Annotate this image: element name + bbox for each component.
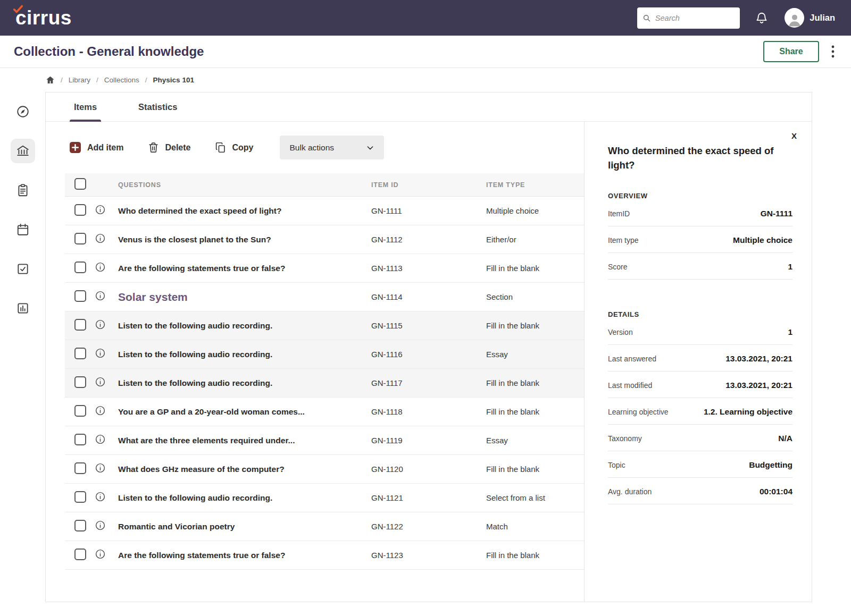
- table-row[interactable]: Solar system GN-1114 Section: [65, 283, 584, 311]
- item-id: GN-1114: [371, 292, 486, 301]
- table-row[interactable]: Venus is the closest planet to the Sun? …: [65, 225, 584, 254]
- question-text[interactable]: Listen to the following audio recording.: [118, 350, 272, 359]
- info-icon[interactable]: [95, 462, 106, 474]
- item-type: Essay: [486, 350, 584, 359]
- detail-value: Budgetting: [749, 460, 792, 470]
- table-row[interactable]: Who determined the exact speed of light?…: [65, 197, 584, 225]
- row-checkbox[interactable]: [74, 549, 86, 560]
- detail-label: Avg. duration: [608, 487, 652, 496]
- breadcrumb-library[interactable]: Library: [69, 76, 90, 84]
- row-checkbox[interactable]: [74, 376, 86, 388]
- tabs-row: Items Statistics: [46, 92, 812, 122]
- tab-statistics[interactable]: Statistics: [134, 92, 181, 121]
- sidebar-item-reports[interactable]: [11, 296, 35, 320]
- question-text[interactable]: Are the following statements true or fal…: [118, 551, 285, 560]
- table-row[interactable]: Listen to the following audio recording.…: [65, 311, 584, 340]
- detail-row: Last modified 13.03.2021, 20:21: [608, 372, 792, 398]
- tab-items[interactable]: Items: [70, 92, 101, 121]
- detail-value: 00:01:04: [760, 487, 792, 496]
- item-type: Either/or: [486, 235, 584, 244]
- row-checkbox[interactable]: [74, 204, 86, 216]
- detail-label: ItemID: [608, 209, 630, 218]
- question-text[interactable]: Listen to the following audio recording.: [118, 493, 272, 502]
- question-text[interactable]: You are a GP and a 20-year-old woman com…: [118, 407, 305, 416]
- info-icon[interactable]: [95, 434, 106, 445]
- table-row[interactable]: Listen to the following audio recording.…: [65, 369, 584, 398]
- row-checkbox[interactable]: [74, 405, 86, 417]
- breadcrumb-collections[interactable]: Collections: [104, 76, 139, 84]
- table-row[interactable]: Listen to the following audio recording.…: [65, 484, 584, 512]
- delete-button[interactable]: Delete: [148, 142, 190, 153]
- more-options-kebab-icon[interactable]: [829, 43, 837, 61]
- question-text[interactable]: What are the three elements required und…: [118, 436, 295, 445]
- notifications-bell-icon[interactable]: [755, 11, 769, 25]
- row-checkbox[interactable]: [74, 434, 86, 445]
- row-checkbox[interactable]: [74, 290, 86, 302]
- row-checkbox[interactable]: [74, 491, 86, 503]
- item-id: GN-1116: [371, 350, 486, 359]
- info-icon[interactable]: [95, 491, 106, 502]
- question-text[interactable]: Venus is the closest planet to the Sun?: [118, 235, 271, 244]
- table-row[interactable]: What are the three elements required und…: [65, 426, 584, 455]
- detail-row: Learning objective 1.2. Learning objecti…: [608, 398, 792, 425]
- row-checkbox[interactable]: [74, 462, 86, 474]
- detail-value: Multiple choice: [733, 235, 792, 245]
- col-item-type[interactable]: ITEM TYPE: [486, 181, 584, 189]
- home-icon[interactable]: [46, 75, 55, 85]
- row-checkbox[interactable]: [74, 520, 86, 531]
- check-square-icon: [16, 262, 30, 276]
- question-text[interactable]: Who determined the exact speed of light?: [118, 206, 281, 215]
- table-row[interactable]: Are the following statements true or fal…: [65, 541, 584, 570]
- sidebar-item-collections[interactable]: [11, 139, 35, 163]
- row-checkbox[interactable]: [74, 348, 86, 359]
- info-icon[interactable]: [95, 319, 106, 330]
- bulk-actions-dropdown[interactable]: Bulk actions: [280, 136, 384, 159]
- avatar[interactable]: [785, 8, 804, 28]
- detail-row: Taxonomy N/A: [608, 425, 792, 451]
- info-icon[interactable]: [95, 520, 106, 531]
- sidebar-item-compass[interactable]: [11, 99, 35, 124]
- search-input[interactable]: [655, 14, 735, 22]
- row-checkbox[interactable]: [74, 233, 86, 244]
- info-icon[interactable]: [95, 405, 106, 416]
- add-item-button[interactable]: Add item: [69, 141, 123, 154]
- row-checkbox[interactable]: [74, 319, 86, 331]
- user-name[interactable]: Julian: [810, 13, 835, 23]
- question-text[interactable]: Listen to the following audio recording.: [118, 321, 272, 330]
- info-icon[interactable]: [95, 204, 106, 215]
- sidebar-item-marking[interactable]: [11, 257, 35, 281]
- page-title: Collection - General knowledge: [14, 44, 204, 59]
- row-checkbox[interactable]: [74, 261, 86, 273]
- info-icon[interactable]: [95, 348, 106, 359]
- info-icon[interactable]: [95, 261, 106, 273]
- table-row[interactable]: What does GHz measure of the computer? G…: [65, 455, 584, 484]
- info-icon[interactable]: [95, 290, 106, 301]
- question-text[interactable]: What does GHz measure of the computer?: [118, 465, 285, 474]
- sidebar-item-schedule[interactable]: [11, 217, 35, 242]
- share-button[interactable]: Share: [763, 41, 819, 62]
- cirrus-logo[interactable]: cirrus: [14, 8, 72, 28]
- plus-icon: [69, 141, 81, 154]
- question-text[interactable]: Are the following statements true or fal…: [118, 264, 285, 273]
- question-text[interactable]: Solar system: [118, 291, 188, 303]
- question-text[interactable]: Listen to the following audio recording.: [118, 378, 272, 387]
- table-row[interactable]: Romantic and Vicorian poetry GN-1122 Mat…: [65, 512, 584, 541]
- info-icon[interactable]: [95, 233, 106, 244]
- sidebar-item-assessments[interactable]: [11, 178, 35, 202]
- select-all-checkbox[interactable]: [74, 178, 86, 190]
- close-icon[interactable]: X: [791, 131, 797, 140]
- question-text[interactable]: Romantic and Vicorian poetry: [118, 522, 235, 531]
- table-row[interactable]: Are the following statements true or fal…: [65, 254, 584, 283]
- table-row[interactable]: Listen to the following audio recording.…: [65, 340, 584, 369]
- table-row[interactable]: You are a GP and a 20-year-old woman com…: [65, 398, 584, 426]
- item-type: Select from a list: [486, 493, 584, 502]
- detail-label: Item type: [608, 236, 639, 244]
- copy-button[interactable]: Copy: [215, 142, 253, 153]
- info-icon[interactable]: [95, 376, 106, 387]
- detail-row: Version 1: [608, 318, 792, 345]
- item-id: GN-1111: [371, 206, 486, 215]
- col-questions[interactable]: QUESTIONS: [118, 181, 371, 189]
- info-icon[interactable]: [95, 549, 106, 560]
- col-item-id[interactable]: ITEM ID: [371, 181, 486, 189]
- breadcrumb-separator: /: [96, 76, 98, 84]
